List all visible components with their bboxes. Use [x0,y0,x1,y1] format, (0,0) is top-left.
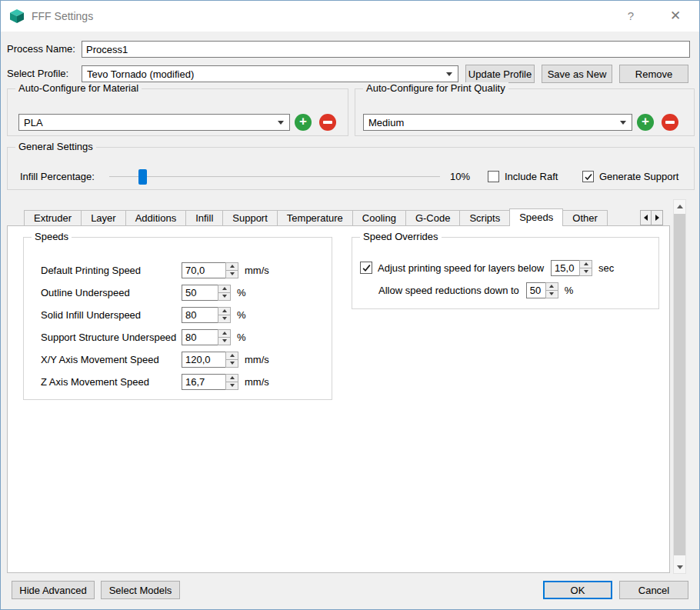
speed-unit: % [237,309,246,321]
auto-material-title: Auto-Configure for Material [15,82,142,95]
speed-value-input[interactable] [182,307,218,323]
remove-quality-button[interactable] [662,114,678,131]
spin-down-icon [222,295,227,298]
spin-down-icon [230,362,235,365]
close-icon[interactable]: ✕ [662,1,688,32]
spin-up-button[interactable] [226,375,238,382]
remove-material-button[interactable] [319,114,336,131]
update-profile-button[interactable]: Update Profile [465,65,535,83]
speed-label: Support Structure Underspeed [41,332,182,343]
tab-scroll-buttons [640,210,663,225]
tab-support[interactable]: Support [223,210,278,226]
vertical-scrollbar[interactable] [673,199,686,574]
speeds-group: Speeds Default Printing Speed mm/s Outli… [23,237,332,400]
spin-up-button[interactable] [226,263,238,270]
speed-value-input[interactable] [182,352,225,368]
chevron-down-icon [446,72,452,76]
speed-row: Z Axis Movement Speed mm/s [41,373,269,390]
save-as-new-button[interactable]: Save as New [542,65,612,83]
speed-row: X/Y Axis Movement Speed mm/s [41,351,269,368]
scroll-up-button[interactable] [674,200,685,212]
z-axis-movement-speed-spinner[interactable] [182,374,238,390]
default-printing-speed-spinner[interactable] [182,262,238,278]
spin-down-button[interactable] [218,337,230,345]
reduce-speed-spinner[interactable] [526,282,558,298]
include-raft-label[interactable]: Include Raft [505,168,558,185]
spin-up-icon [230,265,235,268]
add-material-button[interactable]: + [295,114,312,131]
solid-infill-underspeed-spinner[interactable] [182,307,231,323]
spin-down-button[interactable] [218,315,230,322]
reduce-speed-row: Allow speed reductions down to % [378,282,573,298]
tab-cooling[interactable]: Cooling [353,210,406,226]
select-profile-label: Select Profile: [7,65,68,82]
adjust-speed-checkbox[interactable] [360,262,372,274]
speed-label: Outline Underspeed [41,287,182,298]
spin-down-button[interactable] [226,359,238,367]
adjust-speed-spinner[interactable] [551,260,592,276]
spin-buttons [218,307,231,323]
hide-advanced-button[interactable]: Hide Advanced [12,581,95,599]
profile-select[interactable]: Tevo Tornado (modified) [82,65,458,82]
quality-select[interactable]: Medium [363,114,632,131]
scrollbar-thumb[interactable] [674,214,685,555]
cancel-button[interactable]: Cancel [619,581,688,599]
help-button[interactable]: ? [619,1,642,32]
spin-down-button[interactable] [218,292,230,300]
spin-up-button[interactable] [226,352,238,359]
material-select[interactable]: PLA [18,114,290,131]
tab-extruder[interactable]: Extruder [24,210,82,226]
adjust-speed-unit: sec [598,262,614,274]
generate-support-checkbox[interactable] [582,171,594,182]
spin-down-button[interactable] [546,290,558,298]
speed-value-input[interactable] [182,329,218,345]
simplify3d-app-icon [9,8,25,24]
scroll-down-button[interactable] [674,561,685,573]
tab-infill[interactable]: Infill [186,210,223,226]
spin-up-button[interactable] [218,285,230,292]
tab-additions[interactable]: Additions [126,210,186,226]
speed-value-input[interactable] [182,374,225,390]
spin-down-icon [230,272,235,275]
tab-scripts[interactable]: Scripts [460,210,510,226]
process-name-input[interactable] [82,41,690,58]
tab-scroll-right-button[interactable] [652,210,663,225]
tab-gcode[interactable]: G-Code [406,210,461,226]
spin-up-button[interactable] [546,283,558,290]
tab-layer[interactable]: Layer [82,210,126,226]
ok-button[interactable]: OK [543,581,612,599]
spin-down-button[interactable] [226,270,238,278]
xy-axis-movement-speed-spinner[interactable] [182,352,238,368]
spin-up-button[interactable] [218,308,230,315]
outline-underspeed-spinner[interactable] [182,285,231,301]
adjust-speed-row: Adjust printing speed for layers below s… [360,259,614,276]
speed-value-input[interactable] [182,285,218,301]
spin-down-button[interactable] [226,382,238,389]
remove-profile-button[interactable]: Remove [619,65,688,83]
include-raft-checkbox[interactable] [488,171,499,182]
spin-up-button[interactable] [580,261,592,268]
tab-temperature[interactable]: Temperature [278,210,353,226]
check-icon [584,172,593,182]
adjust-speed-input[interactable] [551,260,579,276]
spin-up-button[interactable] [218,330,230,337]
infill-slider[interactable] [109,169,440,185]
tab-other[interactable]: Other [563,210,608,226]
speed-value-input[interactable] [182,262,225,278]
speed-unit: mm/s [245,354,269,365]
speed-row: Outline Underspeed % [41,284,246,301]
select-models-button[interactable]: Select Models [101,581,180,599]
fff-settings-dialog: FFF Settings ? ✕ Process Name: Select Pr… [0,0,700,610]
speed-row: Default Printing Speed mm/s [41,262,269,278]
reduce-speed-input[interactable] [526,282,545,298]
adjust-speed-label[interactable]: Adjust printing speed for layers below [378,262,544,274]
add-quality-button[interactable]: + [637,114,654,131]
spin-down-button[interactable] [580,268,592,275]
tab-speeds[interactable]: Speeds [509,208,563,226]
speeds-tab-panel: Speeds Default Printing Speed mm/s Outli… [7,225,670,573]
tab-scroll-left-button[interactable] [640,210,652,225]
generate-support-label[interactable]: Generate Support [599,168,678,185]
infill-slider-handle[interactable] [138,169,147,185]
general-settings-title: General Settings [15,141,96,153]
support-structure-underspeed-spinner[interactable] [182,329,231,345]
